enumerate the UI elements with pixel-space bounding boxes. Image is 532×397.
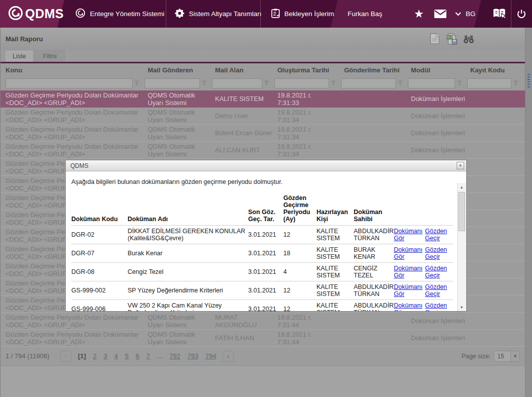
cell-dokuman-sahibi: ABDULKADİR TÜRKAN: [354, 281, 394, 300]
prev-page-button[interactable]: ‹: [60, 351, 71, 362]
close-icon[interactable]: ×: [457, 162, 464, 169]
filter-input-kayit-kodu[interactable]: [467, 78, 511, 88]
filter-input-mail-alan[interactable]: [212, 78, 262, 88]
document-icon[interactable]: [429, 33, 441, 45]
page-link[interactable]: 6: [136, 352, 139, 360]
review-document-link[interactable]: Gözden Geçir: [425, 228, 447, 242]
cell-mail-gonderen: QDMS Otomatik Uyarı Sistemi: [145, 91, 212, 107]
cell-periyot-ay: 4: [283, 263, 316, 281]
filter-input-modul[interactable]: [408, 78, 455, 88]
export-xls-icon[interactable]: XLS: [446, 33, 458, 45]
favorites-star-icon[interactable]: ★: [414, 0, 424, 28]
menu-item-bekleyen-islerim[interactable]: Bekleyen İşlerim: [271, 0, 334, 28]
table-row[interactable]: Gözden Geçirme Periyodu Dolan Dokümanlar…: [1, 142, 525, 159]
qdms-popup-dialog: QDMS × Aşağıda bilgileri bulunan doküman…: [65, 160, 467, 312]
binoculars-icon[interactable]: [463, 33, 475, 45]
column-header[interactable]: Gönderilme Tarihi: [341, 66, 408, 74]
bottom-filler: [1, 365, 525, 397]
filter-input-konu[interactable]: [6, 78, 133, 88]
page-link[interactable]: 793: [187, 352, 198, 360]
created-date: 19.8.2021 г.: [277, 109, 341, 116]
cell-dokuman-adi: Burak Kenar: [128, 244, 248, 263]
cell-mail-gonderen: QDMS Otomatik Uyarı Sistemi: [145, 109, 212, 124]
filter-funnel-icon[interactable]: [262, 78, 270, 88]
scrollbar-thumb[interactable]: [458, 192, 465, 231]
next-page-button[interactable]: ›: [223, 351, 234, 362]
filter-funnel-icon[interactable]: [329, 78, 337, 88]
filter-input-gonderilme-tarihi[interactable]: [341, 78, 396, 88]
page-link[interactable]: 794: [205, 352, 217, 360]
review-column-header-empty: [394, 194, 425, 226]
table-row[interactable]: Gözden Geçirme Periyodu Dolan Dokümanlar…: [1, 313, 525, 330]
review-document-link[interactable]: Gözden Geçir: [425, 246, 447, 260]
gear-icon: [175, 9, 184, 20]
dialog-title: QDMS: [70, 162, 88, 169]
page-link[interactable]: 3: [103, 352, 107, 360]
help-book-icon[interactable]: [492, 0, 507, 28]
filter-funnel-icon[interactable]: [455, 78, 463, 88]
review-table-row: DGR-02 DİKKAT EDİLMESİ GEREKEN KONULAR (…: [71, 226, 453, 244]
column-header[interactable]: Konu: [1, 66, 145, 74]
review-document-link[interactable]: Gözden Geçir: [425, 283, 447, 297]
review-document-link[interactable]: Gözden Geçir: [425, 265, 447, 279]
view-document-link[interactable]: Dokümanı Gör: [394, 228, 422, 242]
cell-modul: Doküman İşlemleri: [408, 95, 467, 103]
page-link[interactable]: [1]: [78, 352, 86, 360]
menu-label: Sistem Altyapı Tanımları: [189, 10, 262, 18]
mail-icon[interactable]: [434, 0, 447, 28]
menu-item-sistem-altyapi-tanimlari[interactable]: Sistem Altyapı Tanımları: [175, 0, 262, 28]
page-link[interactable]: 2: [93, 352, 96, 360]
cell-olusturma-tarihi: 19.8.2021 г. 7:31:34: [274, 126, 341, 141]
cell-mail-alan: MURAT AKGÜNOĞLU: [212, 314, 274, 329]
language-selector[interactable]: BG: [455, 0, 476, 28]
filter-funnel-icon[interactable]: [396, 78, 404, 88]
page-size-value: 15: [494, 353, 510, 360]
page-link[interactable]: 7: [146, 352, 150, 360]
view-document-link[interactable]: Dokümanı Gör: [394, 246, 422, 260]
filter-funnel-icon[interactable]: [133, 78, 141, 88]
user-menu[interactable]: Furkan Baş: [348, 0, 382, 28]
review-document-link[interactable]: Gözden Geçir: [425, 302, 447, 312]
splitter-handle[interactable]: [527, 74, 530, 89]
created-date: 19.8.2021 г.: [277, 143, 341, 150]
column-header[interactable]: Oluşturma Tarihi: [274, 66, 341, 74]
table-row[interactable]: Gözden Geçirme Periyodu Dolan Dokümanlar…: [1, 125, 525, 142]
view-document-link[interactable]: Dokümanı Gör: [394, 265, 422, 279]
filter-funnel-icon[interactable]: [200, 78, 208, 88]
review-column-header: Son Göz. Geç. Tar.: [248, 194, 283, 226]
page-link[interactable]: 792: [169, 352, 180, 360]
filter-input-olusturma-tarihi[interactable]: [274, 78, 329, 88]
page-link[interactable]: 5: [125, 352, 129, 360]
cell-olusturma-tarihi: 19.8.2021 г. 7:31:44: [274, 314, 341, 329]
tab[interactable]: Filtre: [35, 50, 65, 62]
column-header[interactable]: Mail Gönderen: [145, 66, 212, 74]
cell-dokuman-kodu: GS-999-006: [71, 300, 128, 312]
dialog-scrollbar[interactable]: ▲ ▼: [457, 183, 466, 311]
review-column-header: Doküman Adı: [128, 194, 248, 226]
page-link[interactable]: 4: [115, 352, 118, 360]
column-header[interactable]: Kayıt Kodu: [467, 66, 523, 74]
view-document-link[interactable]: Dokümanı Gör: [394, 283, 422, 297]
dialog-title-bar[interactable]: QDMS ×: [66, 160, 466, 171]
scroll-up-icon[interactable]: ▲: [458, 183, 466, 191]
table-row[interactable]: Gözden Geçirme Periyodu Dolan Dokümanlar…: [1, 330, 525, 347]
column-header[interactable]: Modül: [408, 66, 467, 74]
pagination-bar: 1 / 794 (11906) ‹ [1]234567...792793794 …: [1, 347, 525, 365]
page-size-select[interactable]: 15 ▼: [494, 351, 520, 362]
cell-dokuman-adi: VW 250 2 Kapı Cam Kanal Yüzey Değerlendi…: [128, 300, 248, 312]
page-link[interactable]: ...: [157, 352, 163, 360]
column-header[interactable]: Mail Alan: [212, 66, 274, 74]
logout-power-icon[interactable]: [516, 0, 526, 28]
scroll-down-icon[interactable]: ▼: [458, 303, 466, 311]
cell-konu: Gözden Geçirme Periyodu Dolan Dokümanlar…: [1, 314, 145, 329]
menu-item-entegre-yonetim-sistemi[interactable]: Entegre Yönetim Sistemi: [75, 0, 164, 28]
table-row[interactable]: Gözden Geçirme Periyodu Dolan Dokümanlar…: [1, 90, 525, 108]
view-document-link[interactable]: Dokümanı Gör: [394, 302, 422, 312]
filter-input-mail-gonderen[interactable]: [145, 78, 200, 88]
cell-son-gozden-gecirme: 3.01.2021: [248, 244, 283, 263]
tab[interactable]: Liste: [5, 50, 34, 62]
filter-funnel-icon[interactable]: [511, 78, 519, 88]
cell-son-gozden-gecirme: 3.01.2021: [248, 281, 283, 300]
table-row[interactable]: Gözden Geçirme Periyodu Dolan Dokümanlar…: [1, 108, 525, 125]
qdms-logo[interactable]: QDMS: [8, 0, 64, 28]
